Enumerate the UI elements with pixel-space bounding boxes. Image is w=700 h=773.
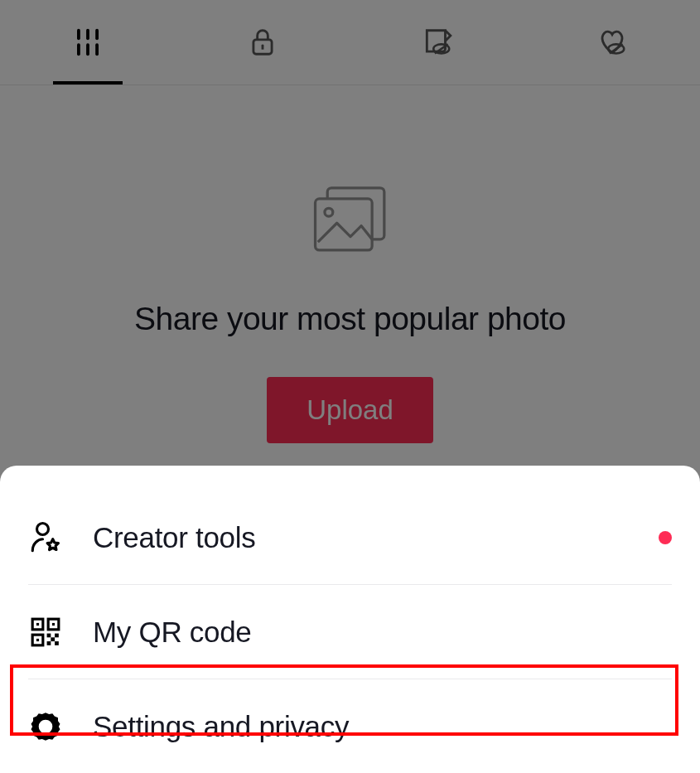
bottom-sheet: Creator tools My QR	[0, 466, 700, 773]
person-star-icon	[28, 520, 63, 555]
menu-label: My QR code	[93, 616, 252, 649]
menu-label: Creator tools	[93, 521, 255, 554]
menu-item-settings-privacy[interactable]: Settings and privacy	[0, 679, 700, 773]
svg-rect-16	[36, 622, 39, 625]
svg-rect-21	[47, 633, 51, 637]
svg-rect-25	[51, 637, 55, 641]
notification-dot	[659, 531, 672, 544]
svg-point-26	[39, 719, 53, 733]
svg-rect-24	[55, 641, 59, 645]
menu-item-qr-code[interactable]: My QR code	[0, 585, 700, 679]
svg-point-14	[37, 523, 49, 534]
svg-rect-23	[47, 641, 51, 645]
svg-rect-18	[52, 622, 55, 625]
menu-label: Settings and privacy	[93, 710, 349, 743]
menu-item-creator-tools[interactable]: Creator tools	[0, 490, 700, 584]
svg-rect-22	[55, 633, 59, 637]
svg-rect-20	[36, 638, 39, 640]
gear-icon	[28, 710, 63, 743]
qr-code-icon	[28, 616, 63, 648]
